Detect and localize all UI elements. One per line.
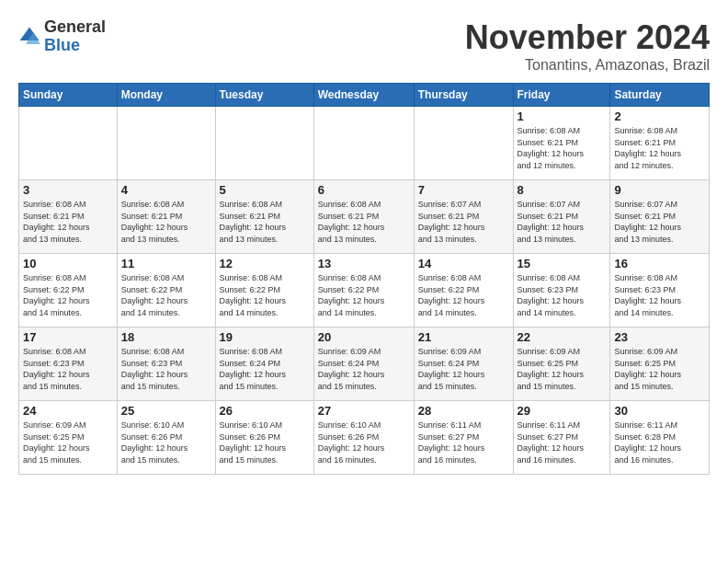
logo: General Blue xyxy=(18,18,106,55)
calendar-cell: 15Sunrise: 6:08 AMSunset: 6:23 PMDayligh… xyxy=(513,254,610,327)
calendar-header-wednesday: Wednesday xyxy=(313,84,414,107)
calendar-cell: 22Sunrise: 6:09 AMSunset: 6:25 PMDayligh… xyxy=(513,327,610,401)
calendar-cell xyxy=(313,107,414,180)
calendar-cell: 5Sunrise: 6:08 AMSunset: 6:21 PMDaylight… xyxy=(215,180,313,254)
day-number: 25 xyxy=(121,404,211,418)
day-number: 11 xyxy=(121,257,211,270)
day-info: Sunrise: 6:10 AMSunset: 6:26 PMDaylight:… xyxy=(121,419,211,465)
day-number: 6 xyxy=(318,183,410,197)
day-info: Sunrise: 6:08 AMSunset: 6:21 PMDaylight:… xyxy=(318,199,410,245)
day-info: Sunrise: 6:08 AMSunset: 6:23 PMDaylight:… xyxy=(614,272,705,318)
calendar-header-thursday: Thursday xyxy=(414,84,513,107)
day-number: 9 xyxy=(614,183,705,197)
calendar-cell: 25Sunrise: 6:10 AMSunset: 6:26 PMDayligh… xyxy=(117,401,215,475)
calendar-header-tuesday: Tuesday xyxy=(215,84,313,107)
day-number: 13 xyxy=(318,257,410,270)
day-number: 29 xyxy=(518,404,607,418)
day-number: 12 xyxy=(220,257,310,270)
day-number: 16 xyxy=(614,257,705,270)
calendar-cell: 28Sunrise: 6:11 AMSunset: 6:27 PMDayligh… xyxy=(414,401,513,475)
day-info: Sunrise: 6:08 AMSunset: 6:21 PMDaylight:… xyxy=(614,125,705,171)
calendar-header-monday: Monday xyxy=(117,84,215,107)
calendar-cell: 26Sunrise: 6:10 AMSunset: 6:26 PMDayligh… xyxy=(215,401,313,475)
calendar-header-saturday: Saturday xyxy=(610,84,710,107)
location-subtitle: Tonantins, Amazonas, Brazil xyxy=(465,57,710,74)
calendar-cell: 27Sunrise: 6:10 AMSunset: 6:26 PMDayligh… xyxy=(313,401,414,475)
calendar-cell: 1Sunrise: 6:08 AMSunset: 6:21 PMDaylight… xyxy=(513,107,610,180)
day-info: Sunrise: 6:11 AMSunset: 6:28 PMDaylight:… xyxy=(614,419,705,465)
calendar-week-2: 3Sunrise: 6:08 AMSunset: 6:21 PMDaylight… xyxy=(19,180,710,254)
day-number: 30 xyxy=(614,404,705,418)
calendar-cell: 11Sunrise: 6:08 AMSunset: 6:22 PMDayligh… xyxy=(117,254,215,327)
calendar-week-1: 1Sunrise: 6:08 AMSunset: 6:21 PMDaylight… xyxy=(19,107,710,180)
day-info: Sunrise: 6:07 AMSunset: 6:21 PMDaylight:… xyxy=(418,199,509,245)
calendar-cell: 21Sunrise: 6:09 AMSunset: 6:24 PMDayligh… xyxy=(414,327,513,401)
day-info: Sunrise: 6:09 AMSunset: 6:24 PMDaylight:… xyxy=(418,346,509,392)
day-number: 17 xyxy=(23,330,113,344)
day-number: 3 xyxy=(23,183,113,197)
calendar-cell: 17Sunrise: 6:08 AMSunset: 6:23 PMDayligh… xyxy=(19,327,118,401)
day-info: Sunrise: 6:08 AMSunset: 6:21 PMDaylight:… xyxy=(121,199,211,245)
day-number: 20 xyxy=(318,330,410,344)
day-number: 24 xyxy=(23,404,113,418)
day-info: Sunrise: 6:07 AMSunset: 6:21 PMDaylight:… xyxy=(614,199,705,245)
calendar-cell: 2Sunrise: 6:08 AMSunset: 6:21 PMDaylight… xyxy=(610,107,710,180)
calendar-body: 1Sunrise: 6:08 AMSunset: 6:21 PMDaylight… xyxy=(19,107,710,475)
calendar-header-friday: Friday xyxy=(513,84,610,107)
day-number: 23 xyxy=(614,330,705,344)
day-number: 14 xyxy=(418,257,509,270)
day-number: 8 xyxy=(518,183,607,197)
day-info: Sunrise: 6:07 AMSunset: 6:21 PMDaylight:… xyxy=(518,199,607,245)
day-number: 26 xyxy=(220,404,310,418)
day-info: Sunrise: 6:08 AMSunset: 6:21 PMDaylight:… xyxy=(23,199,113,245)
day-info: Sunrise: 6:09 AMSunset: 6:25 PMDaylight:… xyxy=(518,346,607,392)
logo-text: General Blue xyxy=(44,18,106,55)
calendar-cell: 13Sunrise: 6:08 AMSunset: 6:22 PMDayligh… xyxy=(313,254,414,327)
day-info: Sunrise: 6:08 AMSunset: 6:22 PMDaylight:… xyxy=(220,272,310,318)
day-info: Sunrise: 6:08 AMSunset: 6:21 PMDaylight:… xyxy=(518,125,607,171)
calendar-cell: 29Sunrise: 6:11 AMSunset: 6:27 PMDayligh… xyxy=(513,401,610,475)
day-number: 22 xyxy=(518,330,607,344)
calendar-cell: 6Sunrise: 6:08 AMSunset: 6:21 PMDaylight… xyxy=(313,180,414,254)
day-info: Sunrise: 6:08 AMSunset: 6:21 PMDaylight:… xyxy=(220,199,310,245)
calendar-cell: 14Sunrise: 6:08 AMSunset: 6:22 PMDayligh… xyxy=(414,254,513,327)
day-info: Sunrise: 6:08 AMSunset: 6:22 PMDaylight:… xyxy=(318,272,410,318)
calendar-cell xyxy=(414,107,513,180)
day-info: Sunrise: 6:10 AMSunset: 6:26 PMDaylight:… xyxy=(220,419,310,465)
calendar-cell: 16Sunrise: 6:08 AMSunset: 6:23 PMDayligh… xyxy=(610,254,710,327)
calendar-cell: 23Sunrise: 6:09 AMSunset: 6:25 PMDayligh… xyxy=(610,327,710,401)
calendar-week-3: 10Sunrise: 6:08 AMSunset: 6:22 PMDayligh… xyxy=(19,254,710,327)
calendar-cell: 24Sunrise: 6:09 AMSunset: 6:25 PMDayligh… xyxy=(19,401,118,475)
day-info: Sunrise: 6:11 AMSunset: 6:27 PMDaylight:… xyxy=(518,419,607,465)
calendar-header-sunday: Sunday xyxy=(19,84,118,107)
calendar-header-row: SundayMondayTuesdayWednesdayThursdayFrid… xyxy=(19,84,710,107)
day-info: Sunrise: 6:11 AMSunset: 6:27 PMDaylight:… xyxy=(418,419,509,465)
calendar-cell: 3Sunrise: 6:08 AMSunset: 6:21 PMDaylight… xyxy=(19,180,118,254)
month-title: November 2024 xyxy=(465,18,710,57)
calendar-cell xyxy=(215,107,313,180)
day-number: 4 xyxy=(121,183,211,197)
day-number: 21 xyxy=(418,330,509,344)
day-number: 7 xyxy=(418,183,509,197)
title-area: November 2024 Tonantins, Amazonas, Brazi… xyxy=(465,18,710,74)
day-info: Sunrise: 6:08 AMSunset: 6:23 PMDaylight:… xyxy=(23,346,113,392)
day-number: 1 xyxy=(518,109,607,123)
day-info: Sunrise: 6:08 AMSunset: 6:22 PMDaylight:… xyxy=(418,272,509,318)
day-info: Sunrise: 6:08 AMSunset: 6:23 PMDaylight:… xyxy=(518,272,607,318)
day-number: 18 xyxy=(121,330,211,344)
calendar-week-5: 24Sunrise: 6:09 AMSunset: 6:25 PMDayligh… xyxy=(19,401,710,475)
day-info: Sunrise: 6:08 AMSunset: 6:23 PMDaylight:… xyxy=(121,346,211,392)
calendar-cell xyxy=(19,107,118,180)
calendar-week-4: 17Sunrise: 6:08 AMSunset: 6:23 PMDayligh… xyxy=(19,327,710,401)
calendar-cell: 9Sunrise: 6:07 AMSunset: 6:21 PMDaylight… xyxy=(610,180,710,254)
day-info: Sunrise: 6:09 AMSunset: 6:25 PMDaylight:… xyxy=(23,419,113,465)
calendar-cell: 12Sunrise: 6:08 AMSunset: 6:22 PMDayligh… xyxy=(215,254,313,327)
day-info: Sunrise: 6:08 AMSunset: 6:22 PMDaylight:… xyxy=(121,272,211,318)
day-number: 19 xyxy=(220,330,310,344)
calendar-cell: 19Sunrise: 6:08 AMSunset: 6:24 PMDayligh… xyxy=(215,327,313,401)
day-number: 15 xyxy=(518,257,607,270)
day-number: 2 xyxy=(614,109,705,123)
calendar-cell xyxy=(117,107,215,180)
day-number: 10 xyxy=(23,257,113,270)
header: General Blue November 2024 Tonantins, Am… xyxy=(18,18,710,74)
